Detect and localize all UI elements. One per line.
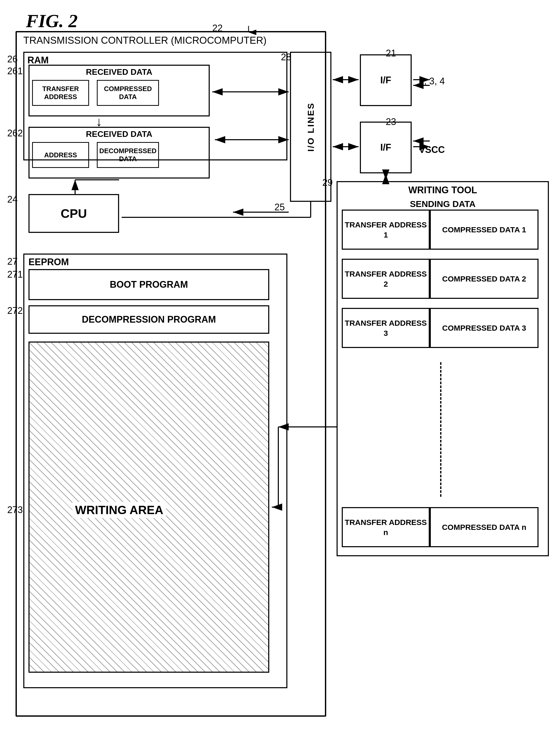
sending-data-label: SENDING DATA xyxy=(337,199,548,209)
ref-25: 25 xyxy=(274,202,285,213)
ref-261: 261 xyxy=(7,66,23,77)
address-inner: ADDRESS xyxy=(32,142,89,168)
if-box-1: I/F xyxy=(360,54,412,106)
compressed-data-3: COMPRESSED DATA 3 xyxy=(430,308,539,348)
received-data-1-title: RECEIVED DATA xyxy=(29,67,209,77)
decompressed-data-inner: DECOMPRESSED DATA xyxy=(97,142,159,168)
cpu-box: CPU xyxy=(28,194,119,233)
writing-area-label: WRITING AREA xyxy=(72,502,166,518)
data-row-3: TRANSFER ADDRESS 3 COMPRESSED DATA 3 xyxy=(342,308,539,348)
received-data-2-title: RECEIVED DATA xyxy=(29,129,209,139)
cpu-label: CPU xyxy=(61,206,87,221)
if1-label: I/F xyxy=(380,75,391,86)
transfer-address-3: TRANSFER ADDRESS 3 xyxy=(342,308,430,348)
ref-26: 26 xyxy=(7,54,18,65)
arrow-down-ram: ↓ xyxy=(96,115,102,128)
vscc-label: VSCC xyxy=(419,144,445,155)
ref-272: 272 xyxy=(7,305,23,316)
data-row-2: TRANSFER ADDRESS 2 COMPRESSED DATA 2 xyxy=(342,259,539,299)
io-lines-label: I/O LINES xyxy=(306,102,316,152)
received-data-2-box: RECEIVED DATA ADDRESS DECOMPRESSED DATA xyxy=(28,127,210,179)
ref-27: 27 xyxy=(7,256,18,267)
dashed-line-separator xyxy=(440,362,441,497)
eeprom-label: EEPROM xyxy=(28,257,69,268)
decompression-program-box: DECOMPRESSION PROGRAM xyxy=(28,305,269,334)
writing-tool-label: WRITING TOOL xyxy=(337,185,548,196)
ref-29: 29 xyxy=(322,177,333,188)
boot-program-label: BOOT PROGRAM xyxy=(110,279,188,290)
compressed-data-1: COMPRESSED DATA 1 xyxy=(430,210,539,250)
data-row-n: TRANSFER ADDRESS n COMPRESSED DATA n xyxy=(342,507,539,547)
decompression-program-label: DECOMPRESSION PROGRAM xyxy=(82,314,216,325)
transfer-address-1: TRANSFER ADDRESS 1 xyxy=(342,210,430,250)
ref-262: 262 xyxy=(7,128,23,139)
label-connections: 1, 3, 4 xyxy=(419,76,445,87)
transfer-address-2: TRANSFER ADDRESS 2 xyxy=(342,259,430,299)
compressed-data-n: COMPRESSED DATA n xyxy=(430,507,539,547)
ref-24: 24 xyxy=(7,194,18,205)
if2-label: I/F xyxy=(380,142,391,153)
ref-271: 271 xyxy=(7,269,23,280)
ram-label: RAM xyxy=(27,55,49,66)
received-data-1-box: RECEIVED DATA TRANSFER ADDRESS COMPRESSE… xyxy=(28,65,210,117)
transmission-controller-label: TRANSMISSION CONTROLLER (MICROCOMPUTER) xyxy=(23,35,266,46)
compressed-data-inner: COMPRESSED DATA xyxy=(97,80,159,106)
transfer-address-inner: TRANSFER ADDRESS xyxy=(32,80,89,106)
ref-273: 273 xyxy=(7,504,23,516)
compressed-data-2: COMPRESSED DATA 2 xyxy=(430,259,539,299)
data-row-1: TRANSFER ADDRESS 1 COMPRESSED DATA 1 xyxy=(342,210,539,250)
figure-title: FIG. 2 xyxy=(26,10,78,32)
if-box-2: I/F xyxy=(360,122,412,173)
transfer-address-n: TRANSFER ADDRESS n xyxy=(342,507,430,547)
boot-program-box: BOOT PROGRAM xyxy=(28,269,269,300)
